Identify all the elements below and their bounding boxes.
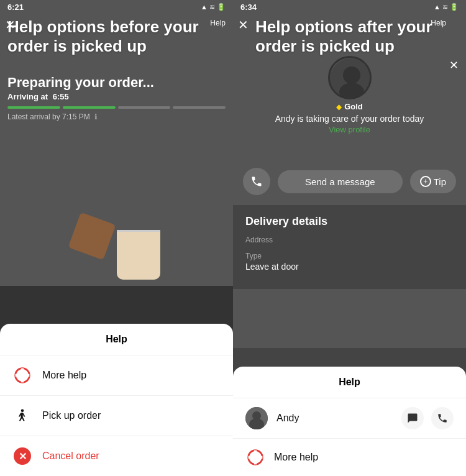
pickup-order-item[interactable]: Pick up order (0, 396, 233, 436)
right-status-bar: 6:34 ▲ ≋ 🔋 (233, 0, 466, 14)
left-sheet-title: Help (0, 324, 233, 355)
delivery-details: Delivery details Address Type Leave at d… (233, 205, 466, 289)
left-help-badge: Help (210, 19, 226, 27)
right-panel: 6:34 ▲ ≋ 🔋 ✕ Help ✕ Help options after y… (233, 0, 466, 476)
progress-seg-4 (173, 106, 226, 109)
left-overlay-title: Help options before your order is picked… (7, 17, 226, 56)
info-icon: ℹ (94, 112, 98, 121)
type-field: Type Leave at door (245, 252, 454, 272)
svg-point-6 (343, 66, 360, 84)
more-help-item[interactable]: More help (0, 355, 233, 396)
order-card: Preparing your order... Arriving at 6:55… (7, 75, 226, 121)
progress-seg-2 (63, 106, 116, 109)
right-background: 6:34 ▲ ≋ 🔋 ✕ Help ✕ Help options after y… (233, 0, 466, 348)
cancel-icon: ✕ (12, 446, 32, 466)
gold-badge: ◆ Gold (336, 102, 363, 111)
delivery-title: Delivery details (245, 215, 454, 228)
arriving-time: 6:55 (53, 92, 69, 101)
tip-button[interactable]: + Tip (410, 170, 456, 193)
andy-avatar (245, 407, 268, 429)
call-button[interactable] (243, 168, 270, 195)
courier-description: Andy is taking care of your order today (275, 114, 424, 124)
andy-label: Andy (276, 413, 393, 424)
left-close-button[interactable]: ✕ (5, 17, 16, 32)
right-overlay-title: Help options after your order is picked … (255, 17, 444, 56)
progress-bar (7, 106, 226, 109)
action-row: Send a message + Tip (233, 168, 466, 195)
tip-label: Tip (434, 176, 446, 187)
type-value: Leave at door (245, 262, 454, 272)
left-panel: 6:21 ▲ ≋ 🔋 ✕ Help Help options before yo… (0, 0, 233, 476)
send-message-button[interactable]: Send a message (278, 170, 403, 193)
svg-point-3 (20, 373, 25, 378)
order-arrival: Arriving at 6:55 (7, 92, 226, 101)
right-more-help-label: More help (274, 452, 454, 463)
gold-text: Gold (344, 102, 363, 111)
more-help-icon (12, 365, 32, 385)
right-help-sheet: Help Andy (233, 367, 466, 476)
address-field: Address (245, 236, 454, 244)
plus-icon: + (420, 176, 431, 187)
cancel-label: Cancel order (42, 451, 99, 462)
walk-icon (12, 406, 32, 426)
left-help-sheet: Help More help Pick up order (0, 324, 233, 476)
more-help-label: More help (42, 370, 86, 381)
right-sheet-title: Help (233, 367, 466, 398)
andy-message-button[interactable] (401, 407, 424, 429)
food-cup-icon (117, 230, 160, 280)
pickup-label: Pick up order (42, 410, 101, 421)
right-overlay-text: Help options after your order is picked … (255, 17, 444, 56)
courier-section: ◆ Gold Andy is taking care of your order… (233, 56, 466, 134)
right-x-button[interactable]: ✕ (449, 58, 459, 72)
arriving-prefix: Arriving at (7, 92, 48, 101)
cancel-order-item[interactable]: ✕ Cancel order (0, 436, 233, 476)
courier-avatar (328, 56, 372, 99)
andy-courier-item[interactable]: Andy (233, 398, 466, 439)
avatar-face (330, 58, 370, 98)
left-status-icons: ▲ ≋ 🔋 (201, 3, 226, 11)
address-label: Address (245, 236, 454, 244)
right-close-button[interactable]: ✕ (238, 17, 249, 32)
latest-arrival: Latest arrival by 7:15 PM ℹ (7, 112, 226, 121)
order-title: Preparing your order... (7, 75, 226, 91)
left-background: 6:21 ▲ ≋ 🔋 ✕ Help Help options before yo… (0, 0, 233, 286)
right-more-help-item[interactable]: More help (233, 439, 466, 476)
andy-call-button[interactable] (431, 407, 454, 429)
view-profile-link[interactable]: View profile (329, 125, 370, 134)
left-status-bar: 6:21 ▲ ≋ 🔋 (0, 0, 233, 14)
left-overlay-text: Help options before your order is picked… (7, 17, 226, 56)
progress-seg-1 (7, 106, 60, 109)
diamond-icon: ◆ (336, 103, 342, 111)
food-box-icon (68, 213, 116, 260)
svg-point-4 (21, 410, 24, 413)
type-label: Type (245, 252, 454, 260)
svg-point-14 (253, 455, 258, 460)
right-time: 6:34 (240, 2, 257, 12)
food-illustration (0, 162, 233, 286)
andy-action-icons (401, 407, 454, 429)
right-status-icons: ▲ ≋ 🔋 (434, 3, 459, 11)
right-more-help-icon (245, 447, 265, 467)
progress-seg-3 (118, 106, 171, 109)
right-help-badge: Help (431, 19, 446, 27)
left-time: 6:21 (7, 2, 24, 12)
